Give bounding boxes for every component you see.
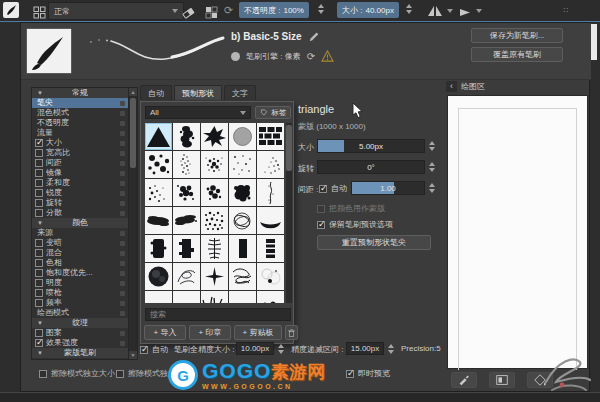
fade-interval-spinner[interactable] [386, 342, 395, 356]
brush-tip-faint-rings[interactable] [257, 263, 284, 290]
brush-tip-dots-cluster-2[interactable] [201, 179, 228, 206]
option-变暗[interactable]: 变暗 [32, 238, 128, 248]
option-明度[interactable]: 明度 [32, 278, 128, 288]
tag-button[interactable]: 标签 [255, 106, 291, 119]
option-checkbox[interactable] [35, 249, 43, 257]
option-喷枪[interactable]: 喷枪 [32, 288, 128, 298]
grid-scrollbar[interactable] [286, 123, 292, 303]
option-混合[interactable]: 混合 [32, 248, 128, 258]
import-button[interactable]: + 导入 [144, 325, 186, 340]
option-checkbox[interactable] [35, 299, 43, 307]
blend-mode-select[interactable]: 正常 [48, 2, 184, 20]
scratchpad-paint-button[interactable] [451, 372, 477, 388]
brush-size-chip[interactable]: 大小 : 40.00px [337, 2, 399, 18]
fade-interval-field[interactable]: 15.00px [346, 342, 384, 355]
brush-tip-bar-rough[interactable] [145, 235, 172, 262]
brush-tip-stub[interactable] [145, 291, 172, 303]
option-效果强度[interactable]: 效果强度 [32, 338, 128, 348]
option-分散[interactable]: 分散 [32, 208, 128, 218]
opacity-spinner[interactable] [316, 2, 325, 16]
option-checkbox[interactable] [35, 139, 43, 147]
brush-tip-dots-cluster[interactable] [173, 179, 200, 206]
brush-tip-wisp[interactable] [257, 179, 284, 206]
tip-size-spinner[interactable] [427, 139, 436, 153]
option-饱和度优先...[interactable]: 饱和度优先... [32, 268, 128, 278]
section-header-纹理[interactable]: ▼纹理 [32, 318, 128, 328]
spacing-auto-checkbox[interactable]: 自动 [319, 183, 347, 194]
option-流量[interactable]: 流量 [32, 128, 128, 138]
option-锐度[interactable]: 锐度 [32, 188, 128, 198]
rename-pencil-icon[interactable] [308, 30, 320, 42]
option-大小[interactable]: 大小 [32, 138, 128, 148]
option-checkbox[interactable] [35, 169, 43, 177]
option-checkbox[interactable] [35, 339, 43, 347]
brush-tip-crescent[interactable] [257, 207, 284, 234]
option-来源[interactable]: 来源 [32, 228, 128, 238]
rotation-slider[interactable]: 0° [317, 160, 425, 174]
mirror-dropdown-icon[interactable] [447, 9, 453, 13]
scratchpad-canvas[interactable] [447, 95, 588, 369]
brush-tip-bar-banded[interactable] [257, 235, 284, 262]
brush-tip-bar-rough-2[interactable] [173, 235, 200, 262]
tab-预制形状[interactable]: 预制形状 [174, 85, 222, 100]
brush-tip-spine[interactable] [201, 235, 228, 262]
reset-predefined-tip-button[interactable]: 重置预制形状笔尖 [317, 235, 431, 250]
option-checkbox[interactable] [35, 199, 43, 207]
eraser-mode-icon[interactable] [181, 4, 196, 20]
brush-tip-tangle[interactable] [229, 263, 256, 290]
option-checkbox[interactable] [35, 179, 43, 187]
option-checkbox[interactable] [35, 189, 43, 197]
tab-自动[interactable]: 自动 [140, 85, 172, 100]
search-input[interactable] [145, 308, 291, 321]
full-precision-spinner[interactable] [276, 342, 285, 356]
scroll-up-icon[interactable]: ▲ [129, 88, 137, 96]
brush-tip-smear-small[interactable] [229, 291, 256, 303]
precision-auto-checkbox[interactable]: 自动 [140, 344, 168, 355]
brush-tip-dense-blob[interactable] [229, 179, 256, 206]
collapse-left-icon[interactable]: ‹ [446, 81, 457, 92]
section-header-蒙版笔刷[interactable]: ▼蒙版笔刷 [32, 348, 128, 358]
option-绘画模式[interactable]: 绘画模式 [32, 308, 128, 318]
option-checkbox[interactable] [35, 239, 43, 247]
option-checkbox[interactable] [35, 259, 43, 267]
section-header-颜色[interactable]: ▼颜色 [32, 218, 128, 228]
krita-logo-icon[interactable] [3, 2, 19, 18]
flow-dropdown-icon[interactable] [476, 9, 482, 13]
grid-scrollbar-thumb[interactable] [286, 125, 292, 171]
brush-tip-scribble-ball[interactable] [229, 207, 256, 234]
option-笔尖[interactable]: 笔尖 [32, 98, 128, 108]
eraser-size-checkbox[interactable]: 擦除模式独立大小 [39, 368, 115, 379]
save-new-brush-button[interactable]: 保存为新笔刷... [471, 28, 563, 43]
scrollbar-thumb[interactable] [130, 98, 136, 168]
option-频率[interactable]: 频率 [32, 298, 128, 308]
brush-tip-dark-disc[interactable] [145, 263, 172, 290]
brush-tip-dot-pair[interactable] [257, 291, 284, 303]
brush-tip-bar-solid[interactable] [229, 235, 256, 262]
option-checkbox[interactable] [35, 289, 43, 297]
tip-size-slider[interactable]: 5.00px [317, 139, 425, 153]
size-spinner[interactable] [404, 2, 413, 16]
brush-tip-maple-leaf[interactable] [201, 123, 228, 150]
brush-tip-specks-column[interactable] [173, 151, 200, 178]
brush-tip-star-4[interactable] [201, 263, 228, 290]
keep-preset-settings-checkbox[interactable]: 保留笔刷预设选项 [317, 219, 393, 230]
option-checkbox[interactable] [35, 279, 43, 287]
brush-tip-gray-circle[interactable] [229, 123, 256, 150]
section-header-常规[interactable]: ▼常规 [32, 88, 128, 98]
overwrite-brush-button[interactable]: 覆盖原有笔刷 [471, 47, 563, 62]
reload-preset-icon[interactable]: ⟳ [307, 51, 315, 62]
brush-tip-sparse-dots[interactable] [229, 151, 256, 178]
brush-tip-mottle[interactable] [201, 207, 228, 234]
option-混色模式[interactable]: 混色模式 [32, 108, 128, 118]
toolbar-overflow-icon[interactable]: ∶∶ [563, 2, 569, 18]
instant-preview-checkbox[interactable]: 即时预览 [346, 368, 390, 379]
option-宽高比[interactable]: 宽高比 [32, 148, 128, 158]
brush-tip-grass-blades[interactable] [201, 291, 228, 303]
option-旋转[interactable]: 旋转 [32, 198, 128, 208]
brush-tip-speckle[interactable] [257, 151, 284, 178]
tab-文字[interactable]: 文字 [224, 85, 256, 100]
spacing-slider[interactable]: 1.00 [351, 181, 425, 195]
brush-tip-bricks[interactable] [257, 123, 284, 150]
brush-tip-smudge-v[interactable] [173, 123, 200, 150]
brush-tip-splatter[interactable] [201, 151, 228, 178]
